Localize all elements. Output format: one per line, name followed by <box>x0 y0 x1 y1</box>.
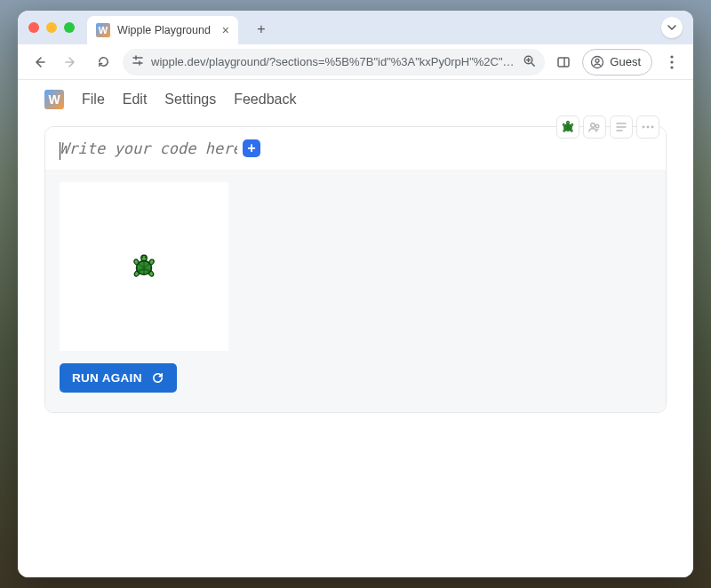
maximize-window-button[interactable] <box>64 22 75 33</box>
arrow-left-icon <box>32 55 46 69</box>
back-button[interactable] <box>27 50 52 75</box>
text-cursor <box>60 142 60 160</box>
code-card: + <box>44 126 667 413</box>
titlebar: W Wipple Playground × + <box>18 11 693 44</box>
arrow-right-icon <box>64 55 78 69</box>
reload-icon <box>97 55 110 68</box>
run-again-button[interactable]: RUN AGAIN <box>60 363 177 393</box>
svg-point-17 <box>647 126 650 129</box>
people-icon <box>587 120 602 134</box>
forward-button[interactable] <box>59 50 84 75</box>
tab-title: Wipple Playground <box>117 24 211 36</box>
svg-point-16 <box>643 126 645 129</box>
collaborators-button[interactable] <box>583 115 606 139</box>
svg-point-7 <box>670 66 673 68</box>
more-icon <box>642 125 654 129</box>
kebab-icon <box>670 55 674 69</box>
tab-favicon: W <box>96 23 110 37</box>
turtle-canvas[interactable] <box>60 182 228 351</box>
menu-edit[interactable]: Edit <box>123 91 148 107</box>
card-wrapper: + <box>44 126 667 413</box>
address-bar: wipple.dev/playground/?sections=%5B%7B"i… <box>18 44 693 80</box>
browser-tab[interactable]: W Wipple Playground × <box>87 16 238 44</box>
window-controls <box>28 22 75 33</box>
format-button[interactable] <box>610 115 633 139</box>
profile-button[interactable]: Guest <box>582 49 652 75</box>
new-tab-button[interactable]: + <box>251 19 272 40</box>
url-text: wipple.dev/playground/?sections=%5B%7B"i… <box>151 55 515 68</box>
turtle-icon <box>560 119 576 135</box>
chevron-down-icon <box>667 23 676 32</box>
svg-point-26 <box>145 257 146 258</box>
workspace: + <box>18 119 693 440</box>
profile-label: Guest <box>610 55 641 68</box>
menu-feedback[interactable]: Feedback <box>234 91 296 107</box>
zoom-icon[interactable] <box>523 54 536 70</box>
svg-point-25 <box>142 257 143 258</box>
browser-menu-button[interactable] <box>659 55 684 69</box>
svg-point-18 <box>651 126 654 129</box>
menu-file[interactable]: File <box>82 91 105 107</box>
side-panel-icon <box>556 55 571 69</box>
site-settings-icon[interactable] <box>132 54 144 69</box>
svg-point-15 <box>595 124 599 128</box>
run-again-label: RUN AGAIN <box>72 371 142 385</box>
svg-point-19 <box>141 255 147 260</box>
lines-icon <box>615 121 627 133</box>
turtle-sprite-icon <box>130 252 158 281</box>
app-logo[interactable]: W <box>44 90 64 109</box>
app-menubar: W File Edit Settings Feedback <box>18 80 693 119</box>
menu-settings[interactable]: Settings <box>164 91 216 107</box>
close-window-button[interactable] <box>28 22 39 33</box>
svg-point-9 <box>566 121 569 123</box>
person-icon <box>590 55 604 69</box>
svg-point-6 <box>670 60 673 63</box>
svg-point-5 <box>670 55 673 58</box>
turtle-mode-button[interactable] <box>556 115 579 139</box>
reload-button[interactable] <box>91 50 116 75</box>
svg-rect-1 <box>558 58 569 67</box>
output-area: RUN AGAIN <box>45 170 666 412</box>
browser-window: W Wipple Playground × + wipple.dev/playg… <box>18 11 693 577</box>
add-block-button[interactable]: + <box>243 139 260 157</box>
url-box[interactable]: wipple.dev/playground/?sections=%5B%7B"i… <box>123 49 545 75</box>
side-panel-button[interactable] <box>552 51 575 74</box>
card-more-button[interactable] <box>636 115 659 139</box>
code-input[interactable] <box>60 139 237 157</box>
svg-point-14 <box>591 123 595 128</box>
card-toolbar <box>556 115 659 139</box>
tabs-dropdown-button[interactable] <box>661 17 683 38</box>
app-content: W File Edit Settings Feedback <box>18 80 693 577</box>
refresh-icon <box>151 371 164 385</box>
close-tab-icon[interactable]: × <box>222 23 229 37</box>
svg-point-4 <box>595 59 599 62</box>
minimize-window-button[interactable] <box>46 22 57 33</box>
